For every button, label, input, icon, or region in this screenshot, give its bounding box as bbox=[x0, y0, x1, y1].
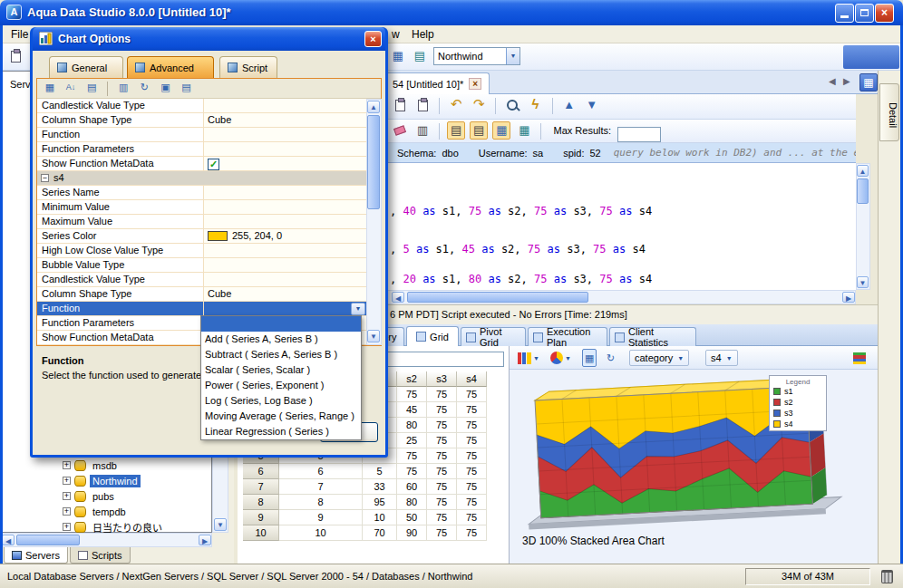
property-grid-scrollbar[interactable]: ▲ ▼ bbox=[366, 99, 382, 345]
dialog-close-icon[interactable]: × bbox=[364, 31, 382, 47]
property-row[interactable]: Function▼ bbox=[37, 302, 366, 316]
trash-icon[interactable] bbox=[881, 570, 893, 583]
dialog-tab-general[interactable]: General bbox=[49, 56, 123, 78]
property-row[interactable]: Function bbox=[37, 128, 366, 142]
scroll-down-icon[interactable]: ▼ bbox=[857, 276, 869, 288]
property-row[interactable]: Column Shape TypeCube bbox=[37, 287, 366, 302]
property-row[interactable]: Candlestick Value Type bbox=[37, 273, 366, 287]
table-view-icon[interactable]: ▤ bbox=[411, 47, 429, 65]
tab-scroll-left-icon[interactable]: ◀ bbox=[829, 76, 836, 86]
database-selector[interactable]: Northwind▼ bbox=[433, 47, 520, 65]
property-row[interactable]: Bubble Value Type bbox=[37, 258, 366, 273]
table-row[interactable]: 7733607575 bbox=[243, 479, 487, 495]
table-view-icon[interactable]: ▤ bbox=[83, 80, 100, 96]
alphabetical-sort-icon[interactable]: A↓ bbox=[63, 80, 79, 96]
grid-column-header[interactable]: s3 bbox=[427, 371, 457, 387]
scroll-left-icon[interactable]: ◀ bbox=[2, 535, 15, 545]
grid-view-icon[interactable]: ▦ bbox=[389, 47, 407, 65]
tab-close-icon[interactable]: × bbox=[469, 78, 481, 90]
function-option[interactable]: Moving Average ( Series, Range ) bbox=[201, 409, 361, 424]
scroll-right-icon[interactable]: ▶ bbox=[842, 292, 855, 303]
sort-descending-icon[interactable]: ▼ bbox=[583, 96, 601, 114]
chart-results-icon[interactable]: ▦ bbox=[492, 121, 510, 140]
max-results-input[interactable] bbox=[617, 127, 661, 142]
scroll-thumb[interactable] bbox=[857, 178, 869, 204]
dialog-tab-script[interactable]: Script bbox=[219, 56, 277, 78]
scroll-thumb[interactable] bbox=[407, 292, 588, 303]
layout-icon[interactable]: ▥ bbox=[413, 121, 432, 140]
execute-icon[interactable]: ϟ bbox=[526, 96, 544, 114]
results-tab-grid[interactable]: Grid bbox=[406, 326, 459, 346]
chart-refresh-icon[interactable]: ↻ bbox=[604, 349, 617, 367]
category-dropdown[interactable]: category▼ bbox=[629, 350, 689, 366]
chart-type-3d-icon[interactable]: ▼ bbox=[548, 349, 574, 367]
expand-icon[interactable]: + bbox=[63, 523, 71, 531]
table-row[interactable]: 665757575 bbox=[243, 464, 487, 479]
expand-all-icon[interactable]: ▥ bbox=[115, 80, 131, 96]
function-dropdown-button[interactable]: ▼ bbox=[351, 303, 365, 315]
tree-item[interactable]: +Northwind bbox=[63, 473, 141, 488]
chart-type-bar-icon[interactable]: ▼ bbox=[515, 349, 542, 367]
scroll-right-icon[interactable]: ▶ bbox=[199, 535, 211, 545]
redo-icon[interactable]: ↷ bbox=[470, 96, 488, 114]
results-tab-execution-plan[interactable]: Execution Plan bbox=[528, 327, 607, 346]
scroll-down-icon[interactable]: ▼ bbox=[214, 518, 227, 531]
property-row[interactable]: Minimum Value bbox=[37, 200, 366, 215]
property-row[interactable]: Show Function MetaData✓ bbox=[37, 157, 366, 171]
menu-window-fragment[interactable]: w bbox=[388, 28, 403, 41]
series-dropdown[interactable]: s4▼ bbox=[705, 350, 738, 366]
results-tab-client-statistics[interactable]: Client Statistics bbox=[609, 327, 696, 346]
function-option[interactable]: Log ( Series, Log Base ) bbox=[201, 393, 361, 409]
legend-toggle-icon[interactable] bbox=[850, 349, 869, 367]
scroll-up-icon[interactable]: ▲ bbox=[367, 101, 380, 113]
property-row[interactable]: Function Parameters bbox=[37, 142, 366, 157]
new-file-icon[interactable] bbox=[6, 47, 24, 65]
categorized-view-icon[interactable]: ▦ bbox=[42, 80, 58, 96]
table-row[interactable]: 8895807575 bbox=[243, 495, 487, 510]
scroll-down-icon[interactable]: ▼ bbox=[367, 330, 380, 342]
property-row[interactable]: Series Name bbox=[37, 186, 366, 200]
expand-icon[interactable]: + bbox=[63, 507, 71, 516]
close-button[interactable]: × bbox=[875, 4, 894, 23]
collapse-expander-icon[interactable]: − bbox=[41, 174, 49, 182]
copy-icon[interactable] bbox=[413, 96, 432, 114]
panel-tab-servers[interactable]: Servers bbox=[4, 547, 68, 564]
export-icon[interactable]: ▣ bbox=[157, 80, 173, 96]
panel-tab-scripts[interactable]: Scripts bbox=[70, 547, 131, 564]
dialog-tab-advanced[interactable]: Advanced bbox=[127, 56, 214, 78]
maximize-button[interactable] bbox=[855, 4, 874, 23]
tree-horizontal-scrollbar[interactable]: ◀ ▶ bbox=[0, 533, 212, 547]
tree-item[interactable]: +pubs bbox=[63, 488, 117, 504]
expand-icon[interactable]: + bbox=[63, 492, 71, 500]
scroll-up-icon[interactable]: ▲ bbox=[857, 165, 869, 177]
document-tab[interactable]: 54 [Untitled 10]* × bbox=[384, 72, 490, 94]
tab-scroll-right-icon[interactable]: ▶ bbox=[843, 76, 850, 86]
function-option[interactable]: Linear Regression ( Series ) bbox=[201, 424, 361, 439]
property-row[interactable]: Series Color255, 204, 0 bbox=[37, 229, 366, 244]
refresh-icon[interactable]: ↻ bbox=[136, 80, 152, 96]
chevron-down-icon[interactable]: ▼ bbox=[506, 48, 519, 64]
grid-results-icon[interactable]: ▤ bbox=[447, 121, 465, 140]
menu-help[interactable]: Help bbox=[408, 28, 438, 41]
tree-item[interactable]: +msdb bbox=[63, 458, 120, 473]
sort-ascending-icon[interactable]: ▲ bbox=[560, 96, 578, 114]
scroll-thumb[interactable] bbox=[16, 535, 80, 545]
tree-item[interactable]: +tempdb bbox=[63, 504, 129, 519]
function-option[interactable]: Subtract ( Series A, Series B ) bbox=[201, 347, 361, 362]
grid-column-header[interactable]: s4 bbox=[457, 371, 487, 387]
eraser-icon[interactable] bbox=[391, 121, 409, 140]
property-row[interactable]: Column Shape TypeCube bbox=[37, 113, 366, 128]
paste-icon[interactable] bbox=[391, 96, 409, 114]
property-row[interactable]: Maximum Value bbox=[37, 215, 366, 229]
detail-side-tab[interactable]: Detail bbox=[879, 83, 899, 141]
scroll-thumb[interactable] bbox=[367, 115, 380, 209]
menu-file[interactable]: File bbox=[7, 28, 32, 41]
toolbar-overflow[interactable] bbox=[843, 45, 899, 69]
scroll-left-icon[interactable]: ◀ bbox=[392, 292, 404, 303]
checkbox-checked-icon[interactable]: ✓ bbox=[208, 159, 219, 170]
property-row[interactable]: High Low Close Value Type bbox=[37, 244, 366, 258]
property-row[interactable]: Candlestick Value Type bbox=[37, 99, 366, 113]
editor-vertical-scrollbar[interactable]: ▲ ▼ bbox=[856, 163, 870, 290]
window-list-icon[interactable]: ▦ bbox=[859, 73, 878, 92]
grid-column-header[interactable]: s2 bbox=[397, 371, 427, 387]
